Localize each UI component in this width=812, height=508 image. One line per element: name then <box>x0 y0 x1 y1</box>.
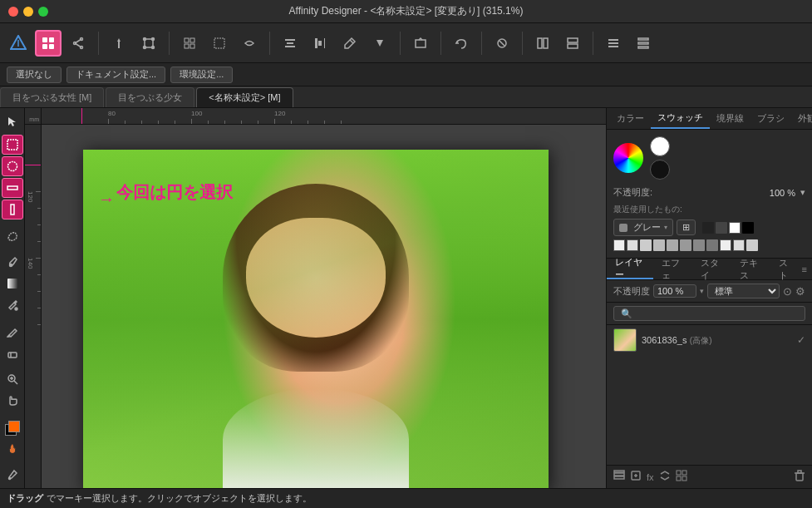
layer-visibility-icon[interactable]: ⊙ <box>783 285 792 298</box>
swatch-dark[interactable] <box>702 222 714 234</box>
layer-settings-icon[interactable]: ⚙ <box>795 285 805 298</box>
layers-tab-layers[interactable]: レイヤー <box>607 259 653 279</box>
svg-point-45 <box>7 161 17 170</box>
color-wheel[interactable] <box>613 143 643 173</box>
pen-icon[interactable] <box>337 30 363 57</box>
selection-tool-icon[interactable] <box>2 111 23 131</box>
layers-tab-stroke[interactable]: スト <box>770 259 802 279</box>
mask-icon[interactable] <box>489 30 515 57</box>
swatch-10[interactable] <box>733 239 745 251</box>
place-icon[interactable] <box>407 30 434 57</box>
delete-layer-icon[interactable] <box>794 470 805 484</box>
minimize-button[interactable] <box>23 7 33 17</box>
foreground-color-icon[interactable] <box>2 417 23 437</box>
blend-mode-select[interactable]: 標準 乗算 スクリーン <box>707 284 780 298</box>
annotation-text: 今回は円を選択 <box>116 181 233 204</box>
gradient-icon[interactable] <box>2 274 23 293</box>
svg-rect-34 <box>544 38 548 48</box>
more-icon[interactable] <box>600 30 627 57</box>
swatch-grid-button[interactable]: ⊞ <box>677 219 696 235</box>
layers-tab-styles[interactable]: スタイ <box>692 259 731 279</box>
svg-line-32 <box>500 41 504 46</box>
swatch-5[interactable] <box>667 239 678 251</box>
col-select-icon[interactable] <box>2 200 23 219</box>
row-select-icon[interactable] <box>2 178 23 198</box>
preferences-button[interactable]: 環境設定... <box>170 67 233 83</box>
undo-icon[interactable] <box>448 30 475 57</box>
fill-icon[interactable] <box>2 295 23 315</box>
warp-icon[interactable] <box>236 30 263 57</box>
opacity-input[interactable] <box>653 284 696 298</box>
panel-tab-swatches[interactable]: スウォッチ <box>651 108 710 129</box>
paintbrush-icon[interactable] <box>2 252 23 272</box>
align-icon[interactable] <box>277 30 303 57</box>
swatch-9[interactable] <box>720 239 731 251</box>
select-icon[interactable] <box>206 30 233 57</box>
freehand-select-icon[interactable] <box>2 226 23 246</box>
close-button[interactable] <box>8 7 18 17</box>
swatch-name-selector[interactable]: グレー ▾ <box>613 219 673 236</box>
grid2-icon[interactable] <box>176 30 203 57</box>
swatch-black[interactable] <box>742 222 754 234</box>
add-layer-icon[interactable] <box>630 470 642 484</box>
swatch-mid[interactable] <box>716 222 727 234</box>
swatch-7[interactable] <box>693 239 705 251</box>
fx-icon[interactable]: fx <box>647 472 654 482</box>
swatch-white[interactable] <box>729 222 741 234</box>
panel-tab-border[interactable]: 境界線 <box>710 108 750 129</box>
share-icon[interactable] <box>65 30 91 57</box>
panel-tab-brush[interactable]: ブラシ <box>750 108 791 129</box>
swatch-1[interactable] <box>613 239 625 251</box>
panel-tabs: カラー スウォッチ 境界線 ブラシ 外観 ≡ <box>607 108 812 130</box>
hand-icon[interactable] <box>2 391 23 411</box>
zoom-in-icon[interactable] <box>2 369 23 389</box>
grid-persona-icon[interactable] <box>35 30 62 57</box>
panel-tab-appearance[interactable]: 外観 <box>791 108 812 129</box>
pen-dropdown-icon[interactable] <box>367 30 393 57</box>
white-color-swatch[interactable] <box>650 136 670 156</box>
rect-select-icon[interactable] <box>2 135 23 155</box>
svg-rect-30 <box>416 40 426 47</box>
layers-tab-text[interactable]: テキス <box>731 259 770 279</box>
toolbar-separator-1 <box>98 32 99 55</box>
layer-search <box>607 303 812 325</box>
ellipse-select-icon[interactable] <box>2 156 23 176</box>
opacity-dropdown[interactable]: ▾ <box>800 187 805 198</box>
distribute-icon[interactable] <box>307 30 333 57</box>
canvas-area[interactable]: mm 80 100 120 <box>25 108 606 488</box>
transform-tool-icon[interactable] <box>135 30 162 57</box>
affinity-logo-icon[interactable] <box>5 30 32 57</box>
selection-none-button[interactable]: 選択なし <box>7 67 62 83</box>
document-settings-button[interactable]: ドキュメント設定... <box>66 67 165 83</box>
grid-layers-icon[interactable] <box>676 470 687 484</box>
dropper-icon[interactable] <box>2 465 23 485</box>
pencil-icon[interactable] <box>2 322 23 342</box>
swatch-8[interactable] <box>706 239 718 251</box>
swatch-11[interactable] <box>746 239 758 251</box>
tab-2[interactable]: <名称未設定> [M] <box>196 87 293 107</box>
layers-panel: レイヤー エフェ スタイ テキス スト ≡ 不透明度 ▾ 標準 乗算 スクリーン <box>607 259 812 465</box>
layers-tab-effects[interactable]: エフェ <box>653 259 692 279</box>
layer-check-icon[interactable]: ✓ <box>797 334 805 346</box>
layers-options-icon[interactable]: ≡ <box>802 264 807 274</box>
expand-icon[interactable] <box>659 470 671 484</box>
tab-1[interactable]: 目をつぶる少女 <box>106 87 194 107</box>
panel-tab-color[interactable]: カラー <box>610 108 651 129</box>
maximize-button[interactable] <box>38 7 48 17</box>
swatch-4[interactable] <box>653 239 665 251</box>
svg-rect-66 <box>677 476 681 481</box>
settings-icon[interactable] <box>630 30 657 57</box>
layer-item-0[interactable]: 3061836_s (高像) ✓ <box>607 325 812 355</box>
move-tool-icon[interactable] <box>106 30 132 57</box>
swatch-3[interactable] <box>640 239 652 251</box>
fire-icon[interactable] <box>2 439 23 459</box>
layers-bottom-icon[interactable] <box>613 470 625 484</box>
swatch-2[interactable] <box>627 239 638 251</box>
view2-icon[interactable] <box>559 30 586 57</box>
tab-0[interactable]: 目をつぶる女性 [M] <box>0 87 104 107</box>
swatch-6[interactable] <box>680 239 691 251</box>
black-color-swatch[interactable] <box>650 160 670 180</box>
layer-search-input[interactable] <box>613 306 805 321</box>
eraser-icon[interactable] <box>2 343 23 363</box>
view-icon[interactable] <box>529 30 556 57</box>
